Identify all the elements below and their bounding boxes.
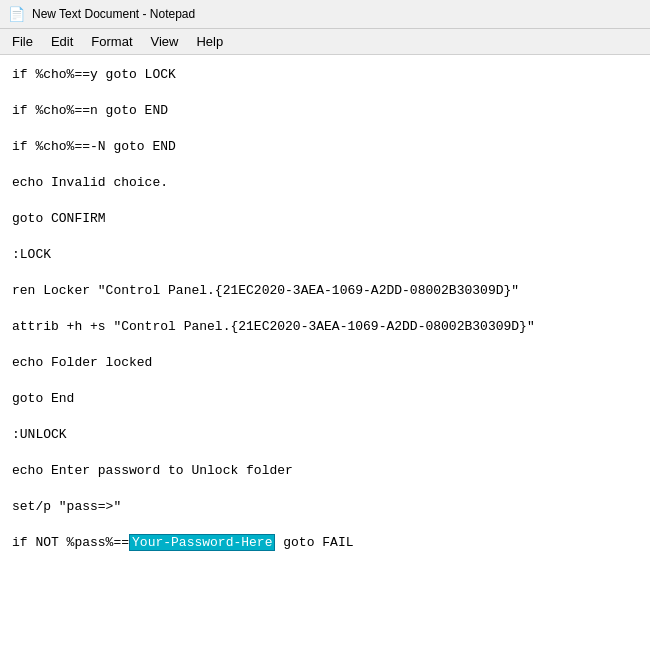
menu-file[interactable]: File	[4, 32, 41, 51]
code-line-7: ren Locker "Control Panel.{21EC2020-3AEA…	[12, 279, 638, 301]
code-line-blank-4	[12, 193, 638, 207]
menu-bar: File Edit Format View Help	[0, 29, 650, 55]
code-line-9: echo Folder locked	[12, 351, 638, 373]
menu-edit[interactable]: Edit	[43, 32, 81, 51]
menu-view[interactable]: View	[143, 32, 187, 51]
code-prefix: if NOT %pass%==	[12, 536, 129, 549]
window-title: New Text Document - Notepad	[32, 7, 195, 21]
code-line-14: if NOT %pass%==Your-Password-Here goto F…	[12, 531, 638, 553]
code-line-13: set/p "pass=>"	[12, 495, 638, 517]
code-line-3: if %cho%==-N goto END	[12, 135, 638, 157]
code-line-6: :LOCK	[12, 243, 638, 265]
notepad-window: 📄 New Text Document - Notepad File Edit …	[0, 0, 650, 666]
code-line-blank-12	[12, 481, 638, 495]
highlighted-password: Your-Password-Here	[129, 534, 275, 551]
code-line-12: echo Enter password to Unlock folder	[12, 459, 638, 481]
notepad-icon: 📄	[8, 6, 24, 22]
code-suffix: goto FAIL	[275, 536, 353, 549]
code-line-blank-11	[12, 445, 638, 459]
code-line-blank-2	[12, 121, 638, 135]
code-line-blank-1	[12, 85, 638, 99]
code-line-11: :UNLOCK	[12, 423, 638, 445]
code-line-blank-10	[12, 409, 638, 423]
code-line-2: if %cho%==n goto END	[12, 99, 638, 121]
code-line-8: attrib +h +s "Control Panel.{21EC2020-3A…	[12, 315, 638, 337]
code-line-10: goto End	[12, 387, 638, 409]
code-line-blank-8	[12, 337, 638, 351]
menu-help[interactable]: Help	[188, 32, 231, 51]
code-line-5: goto CONFIRM	[12, 207, 638, 229]
code-line-blank-9	[12, 373, 638, 387]
code-line-blank-6	[12, 265, 638, 279]
code-line-blank-7	[12, 301, 638, 315]
code-line-blank-5	[12, 229, 638, 243]
text-content-area[interactable]: if %cho%==y goto LOCK if %cho%==n goto E…	[0, 55, 650, 666]
code-line-blank-3	[12, 157, 638, 171]
code-line-4: echo Invalid choice.	[12, 171, 638, 193]
title-bar: 📄 New Text Document - Notepad	[0, 0, 650, 29]
menu-format[interactable]: Format	[83, 32, 140, 51]
code-line-blank-13	[12, 517, 638, 531]
code-line-1: if %cho%==y goto LOCK	[12, 63, 638, 85]
